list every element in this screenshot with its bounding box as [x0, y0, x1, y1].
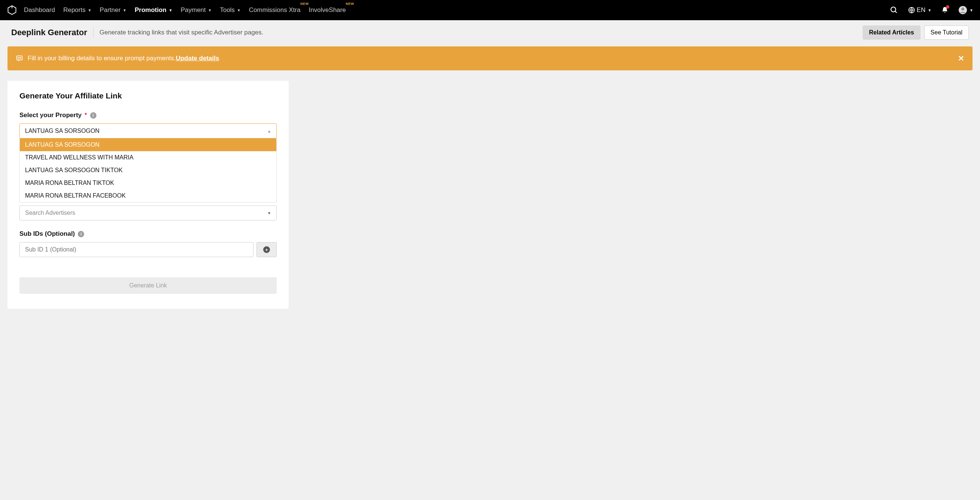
close-icon[interactable]: ✕	[958, 54, 964, 63]
nav-item-label: Tools	[220, 6, 235, 14]
logo-icon[interactable]	[7, 5, 17, 15]
chat-icon	[16, 54, 23, 62]
nav-item-label: InvolveShare	[309, 6, 346, 14]
add-subid-button[interactable]: +	[256, 242, 277, 257]
caret-down-icon: ▼	[969, 8, 973, 12]
billing-banner: Fill in your billing details to ensure p…	[8, 46, 972, 70]
update-details-link[interactable]: Update details	[176, 54, 219, 62]
property-option[interactable]: TRAVEL AND WELLNESS WITH MARIA	[20, 151, 276, 164]
info-icon[interactable]: i	[90, 112, 97, 119]
caret-up-icon: ▲	[267, 129, 271, 133]
nav-item-involveshare[interactable]: InvolveShareNEW	[309, 6, 346, 14]
page-subtitle: Generate tracking links that visit speci…	[99, 29, 862, 36]
property-dropdown-list: LANTUAG SA SORSOGONTRAVEL AND WELLNESS W…	[19, 139, 277, 203]
caret-down-icon: ▼	[208, 8, 212, 12]
required-asterisk: *	[84, 112, 87, 119]
page-header: Deeplink Generator Generate tracking lin…	[0, 20, 980, 46]
property-option[interactable]: LANTUAG SA SORSOGON TIKTOK	[20, 164, 276, 177]
search-icon[interactable]	[890, 6, 898, 14]
caret-down-icon: ▼	[123, 8, 126, 12]
plus-icon: +	[263, 246, 270, 253]
svg-point-9	[21, 58, 21, 58]
caret-down-icon: ▼	[237, 8, 241, 12]
related-articles-button[interactable]: Related Articles	[862, 26, 920, 40]
svg-point-1	[891, 7, 896, 12]
property-option[interactable]: MARIA RONA BELTRAN FACEBOOK	[20, 189, 276, 202]
new-badge: NEW	[300, 2, 309, 6]
nav-item-label: Promotion	[135, 6, 166, 14]
generate-link-button[interactable]: Generate Link	[19, 277, 277, 294]
page-title: Deeplink Generator	[11, 28, 87, 37]
property-label: Select your Property	[19, 112, 81, 119]
nav-item-label: Dashboard	[24, 6, 55, 14]
language-selector[interactable]: EN ▼	[908, 6, 932, 14]
nav-item-promotion[interactable]: Promotion▼	[135, 6, 172, 14]
nav-items: DashboardReports▼Partner▼Promotion▼Payme…	[24, 6, 890, 14]
advertiser-placeholder: Search Advertisers	[25, 209, 75, 216]
caret-down-icon: ▼	[267, 211, 271, 215]
nav-item-partner[interactable]: Partner▼	[100, 6, 127, 14]
notification-dot	[946, 5, 949, 9]
card-heading: Generate Your Affiliate Link	[19, 91, 277, 100]
svg-point-8	[19, 58, 20, 58]
generate-link-card: Generate Your Affiliate Link Select your…	[8, 81, 289, 309]
nav-item-dashboard[interactable]: Dashboard	[24, 6, 55, 14]
divider	[93, 28, 94, 37]
advertiser-select[interactable]: Search Advertisers ▼	[19, 206, 277, 220]
top-nav: DashboardReports▼Partner▼Promotion▼Payme…	[0, 0, 980, 20]
see-tutorial-button[interactable]: See Tutorial	[924, 26, 969, 40]
bell-icon[interactable]	[941, 6, 948, 14]
property-select-head[interactable]: LANTUAG SA SORSOGON ▲	[20, 124, 276, 138]
header-buttons: Related Articles See Tutorial	[862, 26, 969, 40]
subids-label: Sub IDs (Optional)	[19, 230, 75, 238]
subid-input[interactable]	[19, 242, 253, 257]
nav-item-label: Payment	[181, 6, 206, 14]
banner-text: Fill in your billing details to ensure p…	[28, 54, 176, 62]
svg-line-2	[895, 11, 897, 13]
info-icon[interactable]: i	[78, 231, 84, 237]
nav-item-label: Partner	[100, 6, 121, 14]
nav-right: EN ▼ ▼	[890, 6, 973, 14]
nav-item-tools[interactable]: Tools▼	[220, 6, 241, 14]
svg-point-7	[18, 58, 19, 58]
nav-item-payment[interactable]: Payment▼	[181, 6, 212, 14]
property-option[interactable]: MARIA RONA BELTRAN TIKTOK	[20, 177, 276, 189]
nav-item-commissions-xtra[interactable]: Commissions XtraNEW	[249, 6, 301, 14]
nav-item-label: Commissions Xtra	[249, 6, 301, 14]
property-selected-value: LANTUAG SA SORSOGON	[25, 128, 99, 134]
property-option[interactable]: LANTUAG SA SORSOGON	[20, 139, 276, 151]
caret-down-icon: ▼	[169, 8, 172, 12]
language-label: EN	[917, 6, 926, 14]
subids-block: Sub IDs (Optional) i +	[19, 230, 277, 257]
new-badge: NEW	[345, 2, 354, 6]
property-select[interactable]: LANTUAG SA SORSOGON ▲	[19, 123, 277, 139]
svg-point-5	[961, 8, 964, 11]
caret-down-icon: ▼	[88, 8, 92, 12]
nav-item-label: Reports	[63, 6, 86, 14]
caret-down-icon: ▼	[928, 8, 931, 12]
property-block: Select your Property * i LANTUAG SA SORS…	[19, 112, 277, 220]
account-menu[interactable]: ▼	[958, 6, 973, 14]
nav-item-reports[interactable]: Reports▼	[63, 6, 91, 14]
